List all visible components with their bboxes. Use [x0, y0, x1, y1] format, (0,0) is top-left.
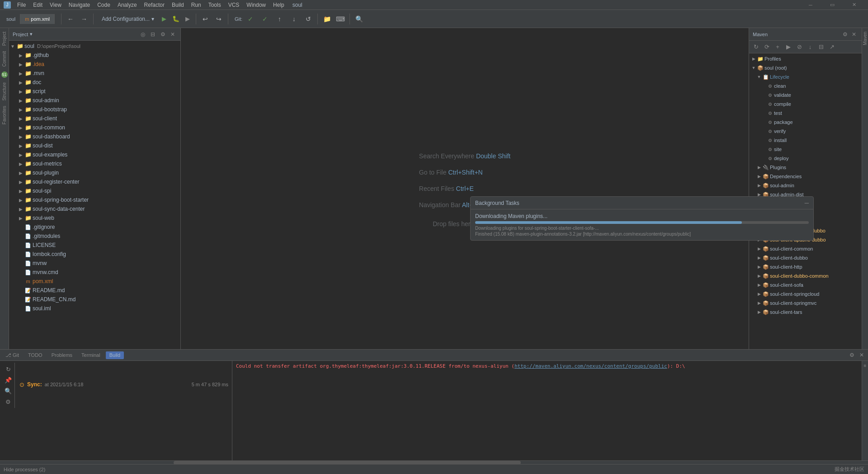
file-browser-button[interactable]: 📁	[321, 13, 333, 25]
project-settings-button[interactable]: ⚙	[159, 30, 167, 38]
maven-add-button[interactable]: +	[773, 42, 783, 52]
tree-item-soul-metrics[interactable]: ▶ 📁 soul-metrics	[9, 159, 180, 168]
tree-item-soul-common[interactable]: ▶ 📁 soul-common	[9, 123, 180, 132]
maven-module-soul-client-dubbo[interactable]: ▶ 📦 soul-client-dubbo	[749, 253, 862, 262]
git-push-button[interactable]: ↑	[273, 13, 286, 25]
maven-soul-root[interactable]: ▼ 📦 soul (root)	[749, 63, 862, 72]
git-revert-button[interactable]: ↺	[302, 13, 315, 25]
tree-item-readme-cn[interactable]: ▶ 📝 README_CN.md	[9, 295, 180, 304]
tree-item-github[interactable]: ▶ 📁 .github	[9, 51, 180, 60]
tree-item-gitignore[interactable]: ▶ 📄 .gitignore	[9, 223, 180, 232]
maven-phase-test[interactable]: ⚙ test	[749, 109, 862, 118]
menu-window[interactable]: Window	[244, 1, 269, 9]
tree-item-soul-spi[interactable]: ▶ 📁 soul-spi	[9, 186, 180, 195]
build-right-icon[interactable]: ≡	[863, 363, 868, 368]
horizontal-scrollbar[interactable]	[0, 460, 868, 464]
tree-item-mvnw[interactable]: ▶ 📄 mvnw	[9, 259, 180, 268]
tree-item-soul-iml[interactable]: ▶ 📄 soul.iml	[9, 304, 180, 313]
undo-button[interactable]: ↩	[199, 13, 212, 25]
vtab-structure[interactable]: Structure	[1, 81, 8, 103]
maven-dependencies[interactable]: ▶ 📦 Dependencies	[749, 172, 862, 181]
tree-item-soul-dashboard[interactable]: ▶ 📁 soul-dashboard	[9, 132, 180, 141]
tree-item-idea[interactable]: ▶ 📁 .idea	[9, 60, 180, 69]
maven-plugins[interactable]: ▶ 🔌 Plugins	[749, 163, 862, 172]
tab-soul[interactable]: soul	[2, 14, 20, 24]
status-hide-processes[interactable]: Hide processes (2)	[4, 467, 45, 472]
menu-vcs[interactable]: VCS	[226, 1, 242, 9]
maven-module-soul-client-dubbo-common[interactable]: ▶ 📦 soul-client-dubbo-common	[749, 271, 862, 280]
menu-view[interactable]: View	[47, 1, 64, 9]
bottom-tab-problems[interactable]: Problems	[48, 351, 76, 359]
vtab-commit[interactable]: Commit	[1, 49, 8, 68]
maven-module-soul-admin[interactable]: ▶ 📦 soul-admin	[749, 181, 862, 190]
bottom-settings-button[interactable]: ⚙	[847, 351, 856, 360]
project-close-button[interactable]: ✕	[169, 30, 177, 38]
menu-file[interactable]: File	[14, 1, 28, 9]
maven-download-button[interactable]: ↓	[805, 42, 815, 52]
bottom-tab-terminal[interactable]: Terminal	[78, 351, 104, 359]
git-update-button[interactable]: ✓	[244, 13, 257, 25]
tree-item-gitmodules[interactable]: ▶ 📄 .gitmodules	[9, 232, 180, 241]
maven-run-button[interactable]: ▶	[783, 42, 793, 52]
redo-button[interactable]: ↪	[212, 13, 225, 25]
maven-close-button[interactable]: ✕	[850, 30, 858, 38]
project-locate-button[interactable]: ◎	[139, 30, 147, 38]
tree-item-soul-examples[interactable]: ▶ 📁 soul-examples	[9, 150, 180, 159]
tree-item-mvn[interactable]: ▶ 📁 .mvn	[9, 69, 180, 78]
close-button[interactable]: ✕	[844, 0, 864, 10]
maven-settings-button[interactable]: ⚙	[841, 30, 849, 38]
output-error-link[interactable]: http://maven.aliyun.com/nexus/content/gr…	[514, 363, 667, 369]
tab-pomxml[interactable]: m pom.xml	[20, 14, 55, 24]
file-tree[interactable]: ▼ 📁 soul D:\openProject\soul ▶ 📁 .github…	[9, 41, 180, 349]
tree-item-soul-register-center[interactable]: ▶ 📁 soul-register-center	[9, 177, 180, 186]
tree-item-lombok-config[interactable]: ▶ 📄 lombok.config	[9, 250, 180, 259]
build-rerun-button[interactable]: ↻	[4, 365, 13, 374]
menu-navigate[interactable]: Navigate	[66, 1, 93, 9]
menu-edit[interactable]: Edit	[30, 1, 45, 9]
maven-module-soul-client-tars[interactable]: ▶ 📦 soul-client-tars	[749, 308, 862, 317]
forward-button[interactable]: →	[78, 13, 90, 25]
menu-run[interactable]: Run	[189, 1, 204, 9]
maven-phase-install[interactable]: ⚙ install	[749, 136, 862, 145]
build-filter-button[interactable]: ⚙	[4, 397, 13, 406]
back-button[interactable]: ←	[64, 13, 77, 25]
tree-item-soul-client[interactable]: ▶ 📁 soul-client	[9, 114, 180, 123]
menu-build[interactable]: Build	[169, 1, 187, 9]
debug-button[interactable]: 🐛	[170, 14, 181, 24]
maven-module-soul-client-springmvc[interactable]: ▶ 📦 soul-client-springmvc	[749, 299, 862, 308]
maven-lifecycle[interactable]: ▼ 📋 Lifecycle	[749, 72, 862, 81]
project-collapse-button[interactable]: ⊟	[149, 30, 157, 38]
maven-module-soul-client-sofa[interactable]: ▶ 📦 soul-client-sofa	[749, 280, 862, 289]
add-configuration-button[interactable]: Add Configuration... ▾	[98, 14, 158, 24]
maven-open-button[interactable]: ↗	[827, 42, 837, 52]
git-commit-button[interactable]: ✓	[259, 13, 271, 25]
vtab-maven[interactable]: Maven	[863, 30, 868, 47]
run-coverage-button[interactable]: ▶	[182, 14, 193, 24]
terminal-button[interactable]: ⌨	[334, 13, 347, 25]
bg-task-close-button[interactable]: ─	[805, 199, 809, 206]
menu-refactor[interactable]: Refactor	[142, 1, 167, 9]
tree-item-soul-spring-boot-starter[interactable]: ▶ 📁 soul-spring-boot-starter	[9, 195, 180, 204]
tree-item-script[interactable]: ▶ 📁 script	[9, 87, 180, 96]
menu-help[interactable]: Help	[270, 1, 287, 9]
tree-item-mvnw-cmd[interactable]: ▶ 📄 mvnw.cmd	[9, 268, 180, 277]
tree-item-soul-web[interactable]: ▶ 📁 soul-web	[9, 213, 180, 223]
tree-item-soul-bootstrap[interactable]: ▶ 📁 soul-bootstrap	[9, 105, 180, 114]
tree-item-soul-dist[interactable]: ▶ 📁 soul-dist	[9, 141, 180, 150]
maven-phase-compile[interactable]: ⚙ compile	[749, 100, 862, 109]
menu-analyze[interactable]: Analyze	[115, 1, 140, 9]
maven-skip-tests-button[interactable]: ⊘	[794, 42, 804, 52]
maven-refresh-button[interactable]: ↻	[751, 42, 761, 52]
maven-phase-deploy[interactable]: ⚙ deploy	[749, 154, 862, 163]
maven-phase-verify[interactable]: ⚙ verify	[749, 127, 862, 136]
git-pull-button[interactable]: ↓	[288, 13, 300, 25]
search-button[interactable]: 🔍	[353, 13, 365, 25]
tree-item-doc[interactable]: ▶ 📁 doc	[9, 78, 180, 87]
tree-item-license[interactable]: ▶ 📄 LICENSE	[9, 241, 180, 250]
tree-item-pomxml[interactable]: ▶ m pom.xml	[9, 277, 180, 286]
bottom-tab-todo[interactable]: TODO	[24, 351, 46, 359]
maven-module-soul-client-common[interactable]: ▶ 📦 soul-client-common	[749, 244, 862, 253]
maven-module-soul-client-http[interactable]: ▶ 📦 soul-client-http	[749, 262, 862, 271]
bottom-close-button[interactable]: ✕	[857, 351, 866, 360]
maven-collapse-button[interactable]: ⊟	[816, 42, 826, 52]
